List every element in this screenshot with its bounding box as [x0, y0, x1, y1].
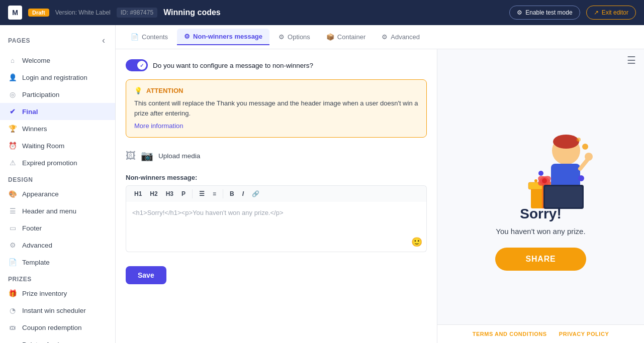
- toggle-label: Do you want to configure a message to no…: [153, 62, 313, 69]
- scheduler-icon: ◔: [8, 306, 17, 315]
- sidebar-item-header-menu[interactable]: ☰ Header and menu: [0, 202, 115, 219]
- editor-placeholder: <h1>Sorry!</h1><p>You haven't won any pr…: [132, 209, 284, 216]
- tab-container[interactable]: 📦 Container: [319, 29, 373, 45]
- svg-point-16: [577, 138, 581, 142]
- sidebar-item-footer[interactable]: ▭ Footer: [0, 219, 115, 237]
- tab-options[interactable]: ⚙ Options: [271, 29, 317, 45]
- upload-icon: 📷: [141, 150, 153, 162]
- clock-icon: ⏰: [8, 141, 17, 150]
- sidebar-item-instant-win[interactable]: ◔ Instant win scheduler: [0, 302, 115, 319]
- main-layout: Pages ‹ ⌂ Welcome 👤 Login and registrati…: [0, 25, 644, 343]
- svg-point-15: [582, 144, 588, 150]
- logo: M: [8, 6, 22, 20]
- svg-rect-12: [545, 186, 582, 207]
- preview-content: Sorry! You haven't won any prize. SHARE: [437, 71, 644, 324]
- page-title: Winning codes: [163, 8, 503, 17]
- advanced-icon: ⚙: [8, 241, 17, 250]
- sidebar-item-waiting-room[interactable]: ⏰ Waiting Room: [0, 137, 115, 154]
- exit-editor-button[interactable]: ↗ Exit editor: [586, 6, 636, 20]
- tab-non-winners-message[interactable]: ⚙ Non-winners message: [177, 29, 269, 45]
- doc-icon: 📄: [131, 33, 139, 41]
- trophy-icon: 🏆: [8, 124, 17, 133]
- attention-text: This content will replace the Thank you …: [134, 98, 418, 118]
- sidebar-item-participation[interactable]: ◎ Participation: [0, 86, 115, 103]
- test-mode-icon: ⚙: [517, 9, 522, 16]
- toolbar-p[interactable]: P: [178, 189, 189, 199]
- toolbar-separator-2: [223, 189, 223, 198]
- appearance-icon: 🎨: [8, 189, 17, 198]
- topbar: M Draft Version: White Label ID: #987475…: [0, 0, 644, 25]
- terms-link[interactable]: TERMS AND CONDITIONS: [473, 331, 547, 337]
- toolbar-link[interactable]: 🔗: [249, 189, 262, 199]
- attention-box: 💡 ATTENTION This content will replace th…: [126, 79, 427, 138]
- sidebar-item-appearance[interactable]: 🎨 Appearance: [0, 185, 115, 202]
- save-row: Save: [126, 260, 427, 284]
- preview-footer: TERMS AND CONDITIONS PRIVACY POLICY: [437, 324, 644, 343]
- version-badge: Version: White Label: [55, 9, 111, 16]
- svg-point-19: [534, 179, 537, 182]
- toolbar-ol[interactable]: ≡: [210, 189, 219, 199]
- toolbar-h3[interactable]: H3: [163, 189, 176, 199]
- content-area: 📄 Contents ⚙ Non-winners message ⚙ Optio…: [116, 25, 644, 343]
- design-section-title: Design: [0, 171, 115, 185]
- save-button[interactable]: Save: [126, 266, 166, 284]
- tabs-bar: 📄 Contents ⚙ Non-winners message ⚙ Optio…: [116, 25, 644, 49]
- share-button[interactable]: SHARE: [495, 248, 586, 271]
- sidebar-collapse-button[interactable]: ‹: [100, 33, 107, 48]
- toolbar-separator-1: [192, 189, 193, 198]
- sidebar: Pages ‹ ⌂ Welcome 👤 Login and registrati…: [0, 25, 116, 343]
- privacy-link[interactable]: PRIVACY POLICY: [559, 331, 609, 337]
- check-icon: ✔: [8, 107, 17, 116]
- message-label: Non-winners message:: [126, 174, 427, 181]
- advanced-tab-icon: ⚙: [382, 33, 388, 41]
- editor-body[interactable]: <h1>Sorry!</h1><p>You haven't won any pr…: [126, 202, 427, 252]
- svg-point-6: [542, 178, 547, 183]
- home-icon: ⌂: [8, 56, 17, 65]
- sidebar-item-expired[interactable]: ⚠ Expired promotion: [0, 154, 115, 171]
- participation-icon: ◎: [8, 90, 17, 99]
- sidebar-item-welcome[interactable]: ⌂ Welcome: [0, 52, 115, 69]
- toolbar-italic[interactable]: I: [239, 189, 247, 199]
- sidebar-item-prize-inventory[interactable]: 🎁 Prize inventory: [0, 285, 115, 302]
- toolbar-h1[interactable]: H1: [131, 189, 145, 199]
- emoji-button[interactable]: 🙂: [411, 237, 422, 248]
- split-view: Do you want to configure a message to no…: [116, 49, 644, 343]
- hamburger-icon[interactable]: ☰: [627, 54, 636, 66]
- editor-toolbar: H1 H2 H3 P ☰ ≡ B I 🔗: [126, 185, 427, 202]
- sidebar-item-template[interactable]: 📄 Template: [0, 254, 115, 271]
- footer-icon: ▭: [8, 223, 17, 233]
- image-icon: 🖼: [126, 150, 136, 162]
- sidebar-item-coupon[interactable]: 🎟 Coupon redemption: [0, 319, 115, 336]
- tab-advanced[interactable]: ⚙ Advanced: [375, 29, 427, 45]
- sidebar-item-points-of-sale[interactable]: ⚏ Points of sale: [0, 336, 115, 343]
- sidebar-item-winners[interactable]: 🏆 Winners: [0, 120, 115, 137]
- sidebar-item-final[interactable]: ✔ Final: [0, 103, 115, 120]
- gear-icon-2: ⚙: [184, 33, 190, 40]
- gift-icon: 🎁: [8, 289, 17, 298]
- message-editor: Non-winners message: H1 H2 H3 P ☰ ≡ B I …: [126, 174, 427, 252]
- svg-point-17: [538, 171, 543, 176]
- coupon-icon: 🎟: [8, 323, 17, 332]
- enable-test-mode-button[interactable]: ⚙ Enable test mode: [509, 6, 580, 20]
- prizes-section-title: Prizes: [0, 271, 115, 285]
- gear-icon-3: ⚙: [279, 33, 285, 41]
- preview-panel: ☰: [437, 49, 644, 343]
- id-badge: ID: #987475: [117, 8, 157, 18]
- svg-point-14: [585, 153, 593, 161]
- toolbar-h2[interactable]: H2: [147, 189, 160, 199]
- tab-contents[interactable]: 📄 Contents: [124, 29, 175, 45]
- sidebar-item-login[interactable]: 👤 Login and registration: [0, 69, 115, 86]
- container-icon: 📦: [326, 33, 334, 41]
- more-info-link[interactable]: More information: [134, 122, 183, 130]
- non-winners-toggle[interactable]: [126, 59, 148, 71]
- sidebar-item-advanced[interactable]: ⚙ Advanced: [0, 237, 115, 254]
- warning-icon: ⚠: [8, 158, 17, 167]
- draft-badge: Draft: [28, 9, 49, 17]
- menu-icon: ☰: [8, 206, 17, 215]
- svg-point-9: [553, 135, 579, 149]
- points-icon: ⚏: [8, 340, 17, 343]
- toolbar-ul[interactable]: ☰: [196, 189, 208, 199]
- pages-section-title: Pages: [8, 37, 30, 44]
- toolbar-bold[interactable]: B: [227, 189, 237, 199]
- upload-media-row: 🖼 📷 Upload media: [126, 146, 427, 166]
